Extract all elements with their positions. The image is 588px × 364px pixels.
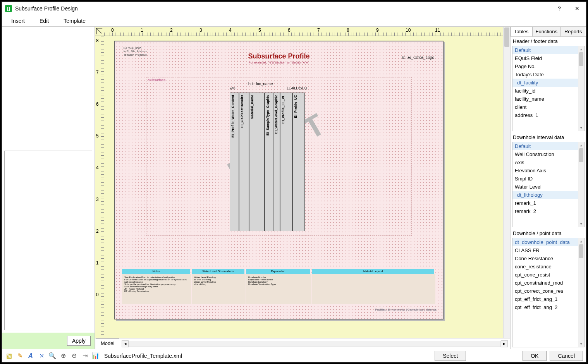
tool-zoom-in-icon[interactable]: ⊕ [59, 352, 67, 360]
ruler-horizontal: 01234567891011 [104, 27, 503, 36]
tab-functions[interactable]: Functions [532, 27, 561, 36]
column-label: EI_Profile_Water_Content [231, 95, 235, 137]
list-downhole-point[interactable]: dt_downhole_point_dataCLASS FRCone Resis… [512, 238, 578, 347]
model-tab[interactable]: Model [96, 338, 119, 349]
list-item[interactable]: remark_1 [512, 199, 578, 207]
list-item[interactable]: Default [512, 46, 578, 54]
list-item[interactable]: dt_lithology [512, 191, 578, 199]
apply-row: Apply [2, 333, 95, 349]
list-item[interactable]: cpt_correct_cone_res [512, 287, 578, 295]
cancel-button[interactable]: Cancel [550, 351, 583, 361]
bottom-toolbar: ▧ ✎ A ⤧ 🔍 ⊕ ⊖ ⇥ 📊 SubsurfaceProfile_Temp… [2, 349, 586, 362]
list-item[interactable]: cpt_eff_frict_ang_1 [512, 295, 578, 303]
list-3-scroll[interactable]: ▴ ▾ [578, 238, 584, 347]
filename-label: SubsurfaceProfile_Template.xml [104, 353, 182, 359]
footer-col [312, 274, 436, 304]
tool-text-icon[interactable]: A [27, 352, 34, 360]
scroll-up-icon[interactable]: ▴ [578, 46, 584, 52]
ok-button[interactable]: OK [523, 351, 547, 361]
scroll-down-icon[interactable]: ▾ [578, 221, 584, 227]
scroll-thumb[interactable] [579, 244, 583, 258]
tab-reports[interactable]: Reports [561, 27, 586, 36]
page-breadcrumb: Facilities | Environmental | Geotechnica… [375, 308, 437, 311]
close-button[interactable]: ✕ [568, 2, 586, 15]
list-item[interactable]: dt_downhole_point_data [512, 238, 578, 246]
list-item[interactable]: Smpl ID [512, 175, 578, 183]
canvas-hscroll[interactable]: ◄ ► [119, 338, 510, 349]
hscroll-right[interactable]: ► [501, 340, 508, 347]
tool-chart-icon[interactable]: 📊 [92, 352, 100, 360]
list-downhole-interval[interactable]: DefaultWell ConstructionAxisElevation Ax… [512, 142, 578, 227]
ruler-h-tick: 5 [258, 27, 261, 33]
canvas-vscroll-thumb[interactable] [504, 27, 509, 47]
list-item[interactable]: Axis [512, 158, 578, 167]
scroll-down-icon[interactable]: ▾ [578, 125, 584, 131]
help-button[interactable]: ? [550, 2, 568, 15]
list-item[interactable]: Page No. [512, 62, 578, 70]
tool-zoom-out-icon[interactable]: ⊖ [70, 352, 78, 360]
list-item[interactable]: remark_2 [512, 207, 578, 215]
list-item[interactable]: facility_id [512, 87, 578, 95]
scroll-up-icon[interactable]: ▴ [578, 238, 584, 244]
scroll-down-icon[interactable]: ▾ [578, 341, 584, 347]
list-item[interactable]: cpt_eff_frict_ang_2 [512, 303, 578, 311]
apply-button[interactable]: Apply [67, 336, 91, 346]
page[interactable]: hdr Task_0600fn EI_Site_AddressTerracon … [114, 41, 444, 319]
list-1-scroll[interactable]: ▴ ▾ [578, 46, 584, 131]
list-item[interactable]: Elevation Axis [512, 167, 578, 175]
menu-insert[interactable]: Insert [9, 16, 27, 26]
col-header-llpl: LL-PLUC/UU [287, 86, 307, 90]
list-item[interactable]: cpt_cone_resist [512, 271, 578, 279]
page-footer-strip: NotesSee Exploration Plan for orientatio… [122, 274, 436, 304]
tool-align-icon[interactable]: ⇥ [81, 352, 89, 360]
hscroll-left[interactable]: ◄ [122, 340, 129, 347]
scroll-up-icon[interactable]: ▴ [578, 142, 584, 148]
list-header-footer[interactable]: DefaultEQuIS FieldPage No.Today's Datedt… [512, 46, 578, 131]
list-2-scroll[interactable]: ▴ ▾ [578, 142, 584, 227]
tool-pencil-icon[interactable]: ✎ [16, 352, 24, 360]
canvas-vscroll[interactable] [503, 27, 510, 338]
menu-bar: Insert Edit Template [2, 15, 586, 27]
list-item[interactable]: Cone Resistance [512, 254, 578, 263]
list-item[interactable]: address_1 [512, 111, 578, 119]
hscroll-track[interactable] [129, 341, 501, 347]
list-item[interactable]: Today's Date [512, 70, 578, 79]
ruler-vertical: 876543210 [95, 36, 104, 338]
list-item[interactable]: EQuIS Field [512, 54, 578, 62]
list-item[interactable]: CLASS FR [512, 246, 578, 254]
footer-col: Borehole NumberLiquid and Plastic Limits… [246, 274, 312, 304]
list-item[interactable]: cone_resistance [512, 263, 578, 271]
select-button[interactable]: Select [435, 351, 466, 361]
column-label: EI_Profile_LL_PL [281, 95, 285, 124]
subsurface-label: Subsurface [148, 78, 166, 82]
list-wrap-2: DefaultWell ConstructionAxisElevation Ax… [512, 142, 585, 227]
col-header-w: w% [230, 86, 236, 90]
tool-zoom-icon[interactable]: 🔍 [48, 352, 56, 360]
tab-tables[interactable]: Tables [511, 27, 532, 36]
list-item[interactable]: client [512, 103, 578, 111]
footer-header: Material Legend [312, 269, 434, 274]
canvas-bottombar: Model ◄ ► [95, 338, 510, 349]
tool-rect-icon[interactable]: ▧ [5, 352, 13, 360]
list-item[interactable]: Well Construction [512, 150, 578, 158]
list-item[interactable]: facility_name [512, 95, 578, 103]
page-logo: fn: EI_Office_Logo [402, 55, 434, 60]
footer-header: Explanation [246, 269, 310, 274]
scroll-thumb[interactable] [579, 148, 583, 162]
list-item[interactable]: Water Level [512, 183, 578, 191]
scroll-thumb[interactable] [579, 52, 583, 66]
list-item[interactable]: dt_facility [512, 79, 578, 87]
menu-edit[interactable]: Edit [37, 16, 51, 26]
ruler-h-tick: 6 [288, 27, 291, 33]
menu-template[interactable]: Template [61, 16, 88, 26]
header-line: fn EI_Site_Address [124, 50, 147, 53]
list-item[interactable]: cpt_constrained_mod [512, 279, 578, 287]
list-item[interactable]: Default [512, 142, 578, 150]
title-bar: [] Subsurface Profile Design ? ✕ [2, 2, 586, 15]
canvas-body[interactable]: 01234567891011 876543210 hdr Task_0600fn… [95, 27, 510, 338]
tool-zoom-extents-icon[interactable]: ⤧ [38, 352, 45, 360]
ruler-v-tick: 1 [96, 260, 99, 266]
column-label: EI_FieldTestResults [240, 95, 244, 128]
column-label: EI_SampleType_Graphic [266, 95, 270, 136]
profile-columns: hdr: loc_name w% LL-PLUC/UU EI_Profile_W… [230, 88, 309, 231]
